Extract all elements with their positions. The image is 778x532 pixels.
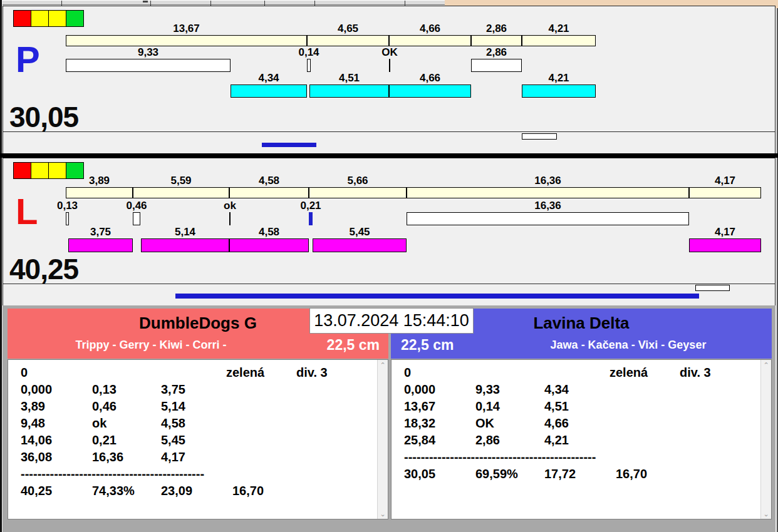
dog-time-bar — [689, 238, 761, 252]
dog-time-bar-label: 4,17 — [697, 227, 754, 237]
result-cell: 4,17 — [161, 451, 185, 463]
dog-time-bar-label: 4,34 — [241, 73, 297, 83]
dog-time-bar — [309, 84, 389, 98]
dog-time-bar-label: 4,21 — [531, 73, 587, 83]
lane-p-marker-box — [522, 133, 557, 140]
result-cell: 16,70 — [232, 484, 264, 497]
split-segment — [407, 187, 689, 198]
exchange-marker — [66, 212, 69, 225]
result-cell: 69,59% — [475, 468, 518, 480]
split-segment-label: 4,17 — [697, 175, 754, 186]
dog-time-bar — [229, 238, 309, 252]
team-left-scrollbar[interactable]: ⌃ ⌄ — [377, 360, 388, 519]
result-cell: 14,06 — [21, 434, 52, 446]
scroll-up-icon[interactable]: ⌃ — [761, 361, 771, 369]
exchange-marker-label: ok — [202, 200, 258, 211]
result-cell: 0,000 — [404, 383, 435, 396]
result-cell: 25,84 — [404, 434, 435, 446]
split-segment — [522, 35, 596, 46]
result-cell: 5,45 — [161, 434, 185, 446]
window-segment-divider — [61, 1, 62, 6]
split-segment-label: 13,67 — [158, 23, 215, 34]
result-cell: 0,46 — [92, 400, 117, 412]
window-segment-divider — [210, 1, 211, 6]
team-left-results-pane[interactable]: 0zelenádiv. 30,0000,133,753,890,465,149,… — [8, 359, 388, 519]
result-cell: 74,33% — [92, 484, 135, 497]
lane-l-marker-box — [695, 285, 730, 291]
exchange-marker — [133, 212, 140, 225]
traffic-light-2 — [48, 162, 66, 179]
split-segment-label: 4,65 — [320, 23, 376, 34]
exchange-marker-label: 9,33 — [120, 47, 177, 58]
result-cell: 3,89 — [21, 400, 45, 412]
background-window-edge[interactable] — [3, 0, 445, 5]
lane-l-letter: L — [16, 193, 38, 230]
team-right-jump-height: 22,5 cm — [401, 337, 454, 354]
lane-p-panel: P 30,05 13,674,654,662,864,219,330,14OK2… — [3, 6, 775, 153]
lane-p-progress-bar — [262, 143, 316, 147]
split-segment — [133, 187, 229, 198]
result-cell: 2,86 — [475, 434, 500, 446]
result-cell: 30,05 — [404, 468, 435, 480]
window-segment-divider — [150, 1, 151, 6]
split-segment — [309, 187, 407, 198]
dog-time-bar — [522, 84, 596, 98]
datetime-display: 13.07.2024 15:44:10 — [309, 308, 474, 334]
traffic-light-3 — [66, 10, 84, 27]
dog-time-bar-label: 4,66 — [402, 73, 459, 83]
dog-time-bar-label: 5,14 — [157, 227, 214, 237]
lane-p-total-time: 30,05 — [9, 103, 78, 131]
dog-time-bar — [141, 238, 229, 252]
result-cell: div. 3 — [680, 366, 711, 379]
result-cell: 13,67 — [404, 400, 435, 412]
split-segment — [229, 187, 309, 198]
split-segment — [389, 35, 471, 46]
split-segment — [66, 35, 307, 46]
split-segment — [66, 187, 133, 198]
result-cell: ----------------------------------------… — [21, 468, 204, 480]
window-segment-divider — [314, 1, 315, 6]
split-segment-label: 5,59 — [153, 175, 209, 186]
split-segment — [471, 35, 522, 46]
team-left-jump-height: 22,5 cm — [327, 337, 380, 354]
scroll-up-icon[interactable]: ⌃ — [378, 361, 388, 369]
exchange-marker-label: 0,14 — [281, 47, 337, 58]
team-right-results-pane[interactable]: 0zelenádiv. 30,0009,334,3413,670,144,511… — [391, 359, 772, 519]
split-segment — [689, 187, 761, 198]
dog-time-bar — [389, 84, 471, 98]
result-cell: 18,32 — [404, 417, 435, 429]
lane-l-panel: L 40,25 3,895,594,585,6616,364,170,130,4… — [3, 158, 775, 305]
scoreboard-section: 13.07.2024 15:44:10 DumbleDogs G Trippy … — [3, 305, 775, 532]
dog-time-bar-label: 4,51 — [321, 73, 378, 83]
split-segment-label: 4,58 — [241, 175, 298, 186]
result-cell: 0,21 — [92, 434, 117, 446]
split-segment-label: 4,66 — [402, 23, 459, 34]
dog-time-bar — [313, 238, 407, 252]
exchange-marker-label: OK — [361, 47, 418, 58]
result-cell: ok — [92, 417, 106, 429]
result-cell: 0,000 — [21, 383, 52, 396]
result-cell: 4,51 — [544, 400, 569, 412]
lane-l-total-time: 40,25 — [9, 255, 78, 284]
split-segment-label: 4,21 — [531, 23, 587, 34]
scroll-down-icon[interactable]: ⌄ — [761, 509, 771, 518]
window-segment-divider — [264, 1, 265, 6]
split-segment-label: 5,66 — [329, 175, 386, 186]
lane-l-progress-bar — [175, 294, 699, 299]
result-cell: 3,75 — [161, 383, 185, 396]
team-right-scrollbar[interactable]: ⌃ ⌄ — [760, 360, 771, 519]
scroll-down-icon[interactable]: ⌄ — [378, 509, 388, 518]
result-cell: zelená — [609, 366, 648, 379]
dog-time-bar — [68, 238, 133, 252]
exchange-marker — [407, 212, 689, 225]
window-left-border — [0, 0, 2, 532]
result-cell: zelená — [226, 366, 264, 379]
split-segment-label: 16,36 — [520, 175, 576, 186]
exchange-marker — [229, 212, 231, 225]
lane-p-separator-line — [3, 131, 775, 132]
result-cell: OK — [475, 417, 494, 429]
dog-time-bar-label: 5,45 — [331, 227, 388, 237]
result-cell: 16,70 — [616, 468, 647, 480]
dog-time-bar-label: 3,75 — [73, 227, 129, 237]
lane-l-separator-line — [3, 284, 775, 284]
